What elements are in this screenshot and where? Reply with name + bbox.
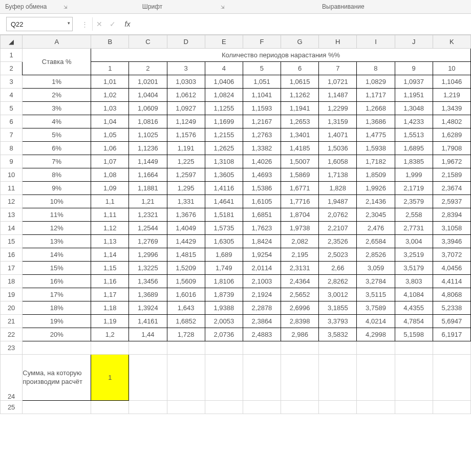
value-cell[interactable]: 2,3045 bbox=[357, 208, 395, 222]
row-header[interactable]: 2 bbox=[1, 62, 23, 75]
value-cell[interactable]: 1,728 bbox=[167, 328, 205, 341]
rate-cell[interactable]: 2% bbox=[23, 89, 91, 102]
value-cell[interactable]: 3,5115 bbox=[357, 288, 395, 301]
col-header[interactable]: F bbox=[243, 35, 281, 49]
value-cell[interactable]: 5,6947 bbox=[433, 315, 470, 328]
value-cell[interactable]: 1,09 bbox=[91, 182, 129, 195]
row-header[interactable]: 11 bbox=[1, 182, 23, 195]
value-cell[interactable]: 3,004 bbox=[395, 235, 433, 248]
value-cell[interactable]: 1,0937 bbox=[395, 75, 433, 89]
value-cell[interactable]: 1,1593 bbox=[243, 102, 281, 115]
period-col[interactable]: 8 bbox=[357, 62, 395, 75]
rate-cell[interactable]: 12% bbox=[23, 222, 91, 235]
value-cell[interactable]: 2,195 bbox=[281, 248, 319, 262]
value-cell[interactable]: 1,08 bbox=[91, 168, 129, 182]
col-header[interactable]: J bbox=[395, 35, 433, 49]
value-cell[interactable]: 1,4429 bbox=[167, 235, 205, 248]
value-cell[interactable]: 1,12 bbox=[91, 222, 129, 235]
value-cell[interactable]: 1,18 bbox=[91, 301, 129, 315]
rate-cell[interactable]: 17% bbox=[23, 288, 91, 301]
value-cell[interactable]: 1,6895 bbox=[395, 142, 433, 155]
value-cell[interactable]: 1,191 bbox=[167, 142, 205, 155]
value-cell[interactable]: 1,2668 bbox=[357, 102, 395, 115]
col-header[interactable]: A bbox=[23, 35, 91, 49]
value-cell[interactable]: 3,7589 bbox=[357, 301, 395, 315]
value-cell[interactable]: 2,1589 bbox=[433, 168, 470, 182]
cell[interactable] bbox=[91, 341, 129, 355]
value-cell[interactable]: 1,3401 bbox=[281, 128, 319, 142]
value-cell[interactable]: 1,7623 bbox=[243, 222, 281, 235]
value-cell[interactable]: 2,476 bbox=[357, 222, 395, 235]
value-cell[interactable]: 1,3676 bbox=[167, 208, 205, 222]
value-cell[interactable]: 2,2878 bbox=[243, 301, 281, 315]
value-cell[interactable]: 1,9926 bbox=[357, 182, 395, 195]
value-cell[interactable]: 1,0829 bbox=[357, 75, 395, 89]
value-cell[interactable]: 1,6852 bbox=[167, 315, 205, 328]
value-cell[interactable]: 1,4161 bbox=[129, 315, 167, 328]
value-cell[interactable]: 1,11 bbox=[91, 208, 129, 222]
value-cell[interactable]: 1,3048 bbox=[395, 102, 433, 115]
value-cell[interactable]: 1,1041 bbox=[243, 89, 281, 102]
col-header[interactable]: B bbox=[91, 35, 129, 49]
value-cell[interactable]: 1,8704 bbox=[281, 208, 319, 222]
sum-value-cell[interactable]: 1 bbox=[91, 355, 129, 401]
col-header[interactable]: I bbox=[357, 35, 395, 49]
value-cell[interactable]: 1,7908 bbox=[433, 142, 470, 155]
value-cell[interactable]: 1,1576 bbox=[167, 128, 205, 142]
value-cell[interactable]: 1,2167 bbox=[243, 115, 281, 128]
value-cell[interactable]: 1,3108 bbox=[205, 155, 243, 168]
value-cell[interactable]: 1,331 bbox=[167, 195, 205, 208]
rate-cell[interactable]: 3% bbox=[23, 102, 91, 115]
value-cell[interactable]: 1,1664 bbox=[129, 168, 167, 182]
cell[interactable] bbox=[281, 355, 319, 401]
rate-cell[interactable]: 6% bbox=[23, 142, 91, 155]
value-cell[interactable]: 1,2299 bbox=[319, 102, 357, 115]
col-header[interactable]: G bbox=[281, 35, 319, 49]
rate-cell[interactable]: 18% bbox=[23, 301, 91, 315]
rate-cell[interactable]: 10% bbox=[23, 195, 91, 208]
value-cell[interactable]: 1,9672 bbox=[433, 155, 470, 168]
cell[interactable] bbox=[319, 401, 357, 414]
value-cell[interactable]: 1,2653 bbox=[281, 115, 319, 128]
value-cell[interactable]: 1,219 bbox=[433, 89, 470, 102]
value-cell[interactable]: 1,1262 bbox=[281, 89, 319, 102]
value-cell[interactable]: 1,4116 bbox=[205, 182, 243, 195]
value-cell[interactable]: 1,6289 bbox=[433, 128, 470, 142]
value-cell[interactable]: 2,986 bbox=[281, 328, 319, 341]
value-cell[interactable]: 2,4364 bbox=[281, 275, 319, 288]
dialog-launcher-icon[interactable]: ⇲ bbox=[63, 5, 68, 10]
value-cell[interactable]: 1,689 bbox=[205, 248, 243, 262]
value-cell[interactable]: 1,1249 bbox=[167, 115, 205, 128]
value-cell[interactable]: 1,0927 bbox=[167, 102, 205, 115]
rate-cell[interactable]: 20% bbox=[23, 328, 91, 341]
stavka-header[interactable]: Ставка % bbox=[23, 49, 91, 75]
row-header[interactable]: 5 bbox=[1, 102, 23, 115]
value-cell[interactable]: 1,16 bbox=[91, 275, 129, 288]
value-cell[interactable]: 1,5735 bbox=[205, 222, 243, 235]
value-cell[interactable]: 1,4641 bbox=[205, 195, 243, 208]
col-header[interactable]: H bbox=[319, 35, 357, 49]
col-header[interactable]: C bbox=[129, 35, 167, 49]
value-cell[interactable]: 1,643 bbox=[167, 301, 205, 315]
value-cell[interactable]: 1,295 bbox=[167, 182, 205, 195]
col-header[interactable]: E bbox=[205, 35, 243, 49]
value-cell[interactable]: 1,6016 bbox=[167, 288, 205, 301]
value-cell[interactable]: 1,2597 bbox=[167, 168, 205, 182]
row-header[interactable]: 25 bbox=[1, 401, 23, 414]
value-cell[interactable]: 1,1046 bbox=[433, 75, 470, 89]
cell[interactable] bbox=[167, 401, 205, 414]
value-cell[interactable]: 1,07 bbox=[91, 155, 129, 168]
value-cell[interactable]: 1,5938 bbox=[357, 142, 395, 155]
period-col[interactable]: 2 bbox=[129, 62, 167, 75]
value-cell[interactable]: 1,0201 bbox=[129, 75, 167, 89]
cell[interactable] bbox=[357, 341, 395, 355]
cell[interactable] bbox=[357, 355, 395, 401]
row-header[interactable]: 16 bbox=[1, 248, 23, 262]
value-cell[interactable]: 2,66 bbox=[319, 262, 357, 275]
value-cell[interactable]: 1,7716 bbox=[281, 195, 319, 208]
value-cell[interactable]: 2,8398 bbox=[281, 315, 319, 328]
rate-cell[interactable]: 9% bbox=[23, 182, 91, 195]
value-cell[interactable]: 1,2625 bbox=[205, 142, 243, 155]
value-cell[interactable]: 2,8262 bbox=[319, 275, 357, 288]
value-cell[interactable]: 1,3924 bbox=[129, 301, 167, 315]
